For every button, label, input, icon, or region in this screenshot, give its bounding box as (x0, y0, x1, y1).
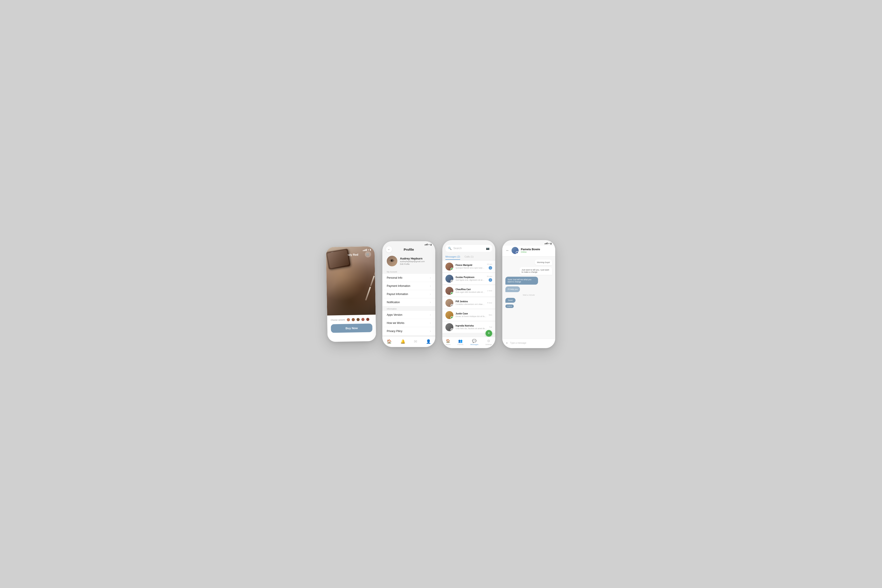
nav-settings[interactable]: ⚙ Settings (485, 339, 492, 345)
msg-preview: Donec at lorem tristique dui sit faucibu… (456, 315, 486, 318)
camera-icon[interactable]: 📷 (486, 247, 489, 250)
menu-privacy[interactable]: Privacy Pilicy › (382, 327, 435, 335)
avatar: 👁 (387, 256, 398, 266)
avatar-chauffina (446, 287, 453, 295)
back-button[interactable]: ← (330, 252, 336, 258)
fab-new-message[interactable]: + (486, 330, 492, 337)
cart-button[interactable]: 🛒 (365, 251, 371, 257)
buy-now-button[interactable]: Buy Now (331, 323, 372, 333)
back-button-profile[interactable]: ← (386, 246, 392, 252)
avatar-image: 👁 (390, 258, 394, 264)
color-swatch-2[interactable] (352, 318, 355, 321)
list-item[interactable]: Chauffina Carr Duis eget nibh tincidunt … (442, 285, 495, 297)
chat-message: I'll Help you (506, 286, 520, 292)
nav-bell-icon[interactable]: 🔔 (400, 339, 405, 344)
msg-name: Gustav Purpleson (456, 276, 484, 279)
edit-profile-link[interactable]: Edit Profile (400, 263, 424, 265)
my-account-label: My Account (382, 269, 435, 274)
chat-message: Just want to tell you, I just want to ma… (519, 267, 552, 275)
list-item[interactable]: Justin Case Donec at lorem tristique dui… (442, 309, 495, 321)
settings-label: Settings (485, 344, 492, 345)
msg-preview: Cras felis dui, facilisis sit amet dolor… (456, 327, 487, 330)
chat-user-name: Pamela Bowie (521, 248, 540, 251)
bottom-nav-profile: 🏠 🔔 ✉ 👤 (382, 337, 435, 347)
brush-container (365, 262, 376, 300)
chevron-icon: › (430, 284, 431, 288)
menu-notification[interactable]: Notification › (382, 298, 435, 306)
battery-icon-profile: ▮ (430, 243, 432, 246)
chat-message: Sure! (506, 298, 516, 303)
nav-friends[interactable]: 👥 Friends (458, 339, 464, 345)
battery-icon-chat: ▮ (550, 242, 552, 245)
list-item[interactable]: Gustav Purpleson Sed ligula erat, dignis… (442, 273, 495, 285)
settings-icon: ⚙ (487, 339, 490, 343)
messages-label: Messages (470, 344, 478, 345)
chat-user-status: Online (521, 251, 540, 253)
add-attachment-button[interactable]: + (506, 341, 508, 345)
msg-time: Mon (489, 314, 492, 316)
msg-name: Ingredia Nutrisha (456, 324, 487, 327)
profile-name: Audrey Hepburn (400, 257, 424, 260)
msg-preview: Curabitur elementum orci vitae turpis vu… (456, 303, 485, 305)
status-bar-profile: ▾ ▮ (382, 241, 435, 247)
msg-preview: Sed ligula erat, dignissim sit at amet d… (456, 279, 484, 281)
phones-container: ▾ ▮ ← Bloody Red 🛒 Choose variants (327, 240, 555, 348)
color-swatch-3[interactable] (357, 318, 360, 321)
msg-badge: 1 (489, 266, 492, 270)
product-title: Bloody Red (342, 253, 358, 256)
chat-avatar (512, 247, 519, 254)
back-button-chat[interactable]: ← (506, 249, 509, 252)
nav-mail-icon[interactable]: ✉ (414, 339, 417, 344)
messages-icon: 💬 (472, 339, 477, 343)
color-swatch-1[interactable] (347, 318, 350, 321)
tabs-row: Messages (2) Calls (1) (442, 254, 495, 260)
nav-user-icon[interactable]: 👤 (426, 339, 431, 344)
nav-home-icon[interactable]: 🏠 (387, 339, 392, 344)
chevron-icon: › (430, 321, 431, 324)
wifi-icon-profile: ▾ (428, 243, 429, 246)
top-bar: ← Bloody Red 🛒 (326, 251, 375, 258)
menu-personal-info[interactable]: Personal Info › (382, 274, 435, 282)
chat-message-center: Wait a minute (523, 294, 535, 296)
search-placeholder: Search (453, 247, 484, 250)
avatar-fleece (446, 262, 453, 270)
profile-email: audreyheptbapi@gmail.com (400, 260, 424, 262)
color-swatch-4[interactable] (362, 318, 364, 321)
message-input[interactable]: Type a message (510, 342, 552, 344)
nav-home[interactable]: 🏠 Home (446, 339, 450, 345)
tab-messages[interactable]: Messages (2) (446, 254, 460, 260)
wifi-icon-chat: ▾ (548, 242, 549, 245)
variants-label: Choose variants (331, 319, 345, 321)
profile-header: ← Profile (382, 247, 435, 254)
variants-row: Choose variants (331, 318, 372, 321)
msg-time: 1 hour (487, 290, 492, 292)
friends-icon: 👥 (458, 339, 463, 343)
avatar-piff (446, 299, 453, 307)
avatar-gustav (446, 275, 453, 283)
menu-how-we-works[interactable]: How we Works › (382, 319, 435, 327)
home-icon: 🏠 (446, 339, 450, 343)
tab-calls[interactable]: Calls (1) (465, 254, 474, 260)
menu-payout-info[interactable]: Payout Infomation › (382, 290, 435, 298)
msg-time: 32 min (487, 275, 492, 278)
typing-indicator (506, 304, 514, 308)
bottom-section: Choose variants Buy Now (327, 315, 376, 336)
information-label: Information (382, 306, 435, 311)
msg-preview: Quisque blandit arcu quis turpis tincidu… (456, 267, 484, 269)
chat-message: Morning Guys! (535, 260, 552, 265)
list-item[interactable]: Fleece Marigold Quisque blandit arcu qui… (442, 261, 495, 273)
search-bar[interactable]: 🔍 Search 📷 (446, 245, 492, 252)
chevron-icon: › (430, 330, 431, 333)
msg-name: Chauffina Carr (456, 288, 485, 291)
menu-payment-info[interactable]: Payment Infomation › (382, 282, 435, 290)
msg-name: Fleece Marigold (456, 264, 484, 266)
list-item[interactable]: Piff Jenkins Curabitur elementum orci vi… (442, 297, 495, 309)
phone-product: ▾ ▮ ← Bloody Red 🛒 Choose variants (326, 246, 376, 342)
color-swatch-5[interactable] (366, 318, 369, 321)
nav-messages[interactable]: 💬 Messages (470, 339, 478, 345)
battery-icon: ▮ (369, 249, 371, 251)
menu-apps-version[interactable]: Apps Version › (382, 311, 435, 319)
phone-messages: 🔍 Search 📷 Messages (2) Calls (1) Fleece… (442, 240, 495, 348)
phone-profile: ▾ ▮ ← Profile 👁 Audrey Hepburn audreyhep… (382, 241, 435, 347)
chat-messages: Morning Guys! Just want to tell you, I j… (502, 256, 555, 348)
